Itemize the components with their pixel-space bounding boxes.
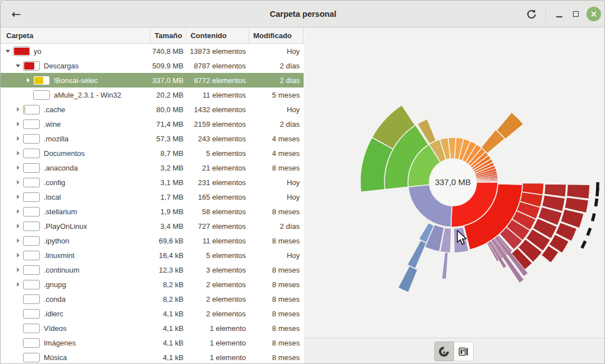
folder-contents: 3 elementos xyxy=(187,262,250,277)
table-row[interactable]: .stellarium1,9 MB58 elementos8 meses xyxy=(1,204,304,219)
expander-closed-icon[interactable] xyxy=(13,195,23,199)
table-row[interactable]: .config3,1 MB231 elementosHoy xyxy=(1,175,304,190)
titlebar: ← Carpeta personal xyxy=(1,1,605,27)
expander-closed-icon[interactable] xyxy=(13,209,23,214)
window-title: Carpeta personal xyxy=(1,1,605,27)
table-row[interactable]: .gnupg8,2 kB2 elementos8 meses xyxy=(1,277,304,292)
expander-closed-icon[interactable] xyxy=(13,136,23,141)
table-row[interactable]: Música4,1 kB1 elemento8 meses xyxy=(1,350,304,364)
chart-segment[interactable] xyxy=(567,185,590,199)
treemap-chart-button[interactable] xyxy=(454,342,474,361)
expander-open-icon[interactable] xyxy=(13,64,23,67)
expander-closed-icon[interactable] xyxy=(13,224,23,228)
folder-contents: 231 elementos xyxy=(187,175,250,190)
folder-contents: 21 elementos xyxy=(187,160,250,175)
folder-modified: Hoy xyxy=(250,248,304,262)
folder-contents: 2 elementos xyxy=(187,277,250,292)
column-header-tamano[interactable]: Tamaño xyxy=(150,27,186,43)
folder-name: .stellarium xyxy=(44,208,77,216)
table-row[interactable]: .cache80,0 MB1432 elementosHoy xyxy=(1,102,304,117)
table-row[interactable]: Documentos8,7 MB5 elementos4 meses xyxy=(1,146,304,160)
rings-chart-button[interactable] xyxy=(434,342,454,361)
folder-contents: 8772 elementos xyxy=(187,73,250,87)
table-row[interactable]: .mozilla57,3 MB243 elementos4 meses xyxy=(1,131,304,146)
maximize-button[interactable] xyxy=(567,6,584,22)
folder-contents: 1 elemento xyxy=(187,350,250,364)
folder-size: 69,6 kB xyxy=(151,233,187,248)
folder-contents: 2 elementos xyxy=(187,306,250,321)
expander-closed-icon[interactable] xyxy=(13,253,23,257)
folder-table-panel: Carpeta Tamaño Contenido Modificado yo74… xyxy=(1,27,304,364)
chart-panel: 337,0 MB xyxy=(304,27,605,364)
rings-chart[interactable]: 337,0 MB xyxy=(304,27,605,338)
folder-name: .ipython xyxy=(44,237,70,245)
folder-contents: 11 elementos xyxy=(187,87,250,102)
table-row[interactable]: .PlayOnLinux3,4 MB727 elementos2 días xyxy=(1,219,304,233)
folder-contents: 727 elementos xyxy=(187,219,250,233)
folder-name: .local xyxy=(44,193,61,201)
folder-contents: 2159 elementos xyxy=(187,117,250,131)
table-row[interactable]: .idlerc4,1 kB2 elementos8 meses xyxy=(1,306,304,321)
folder-usage-icon xyxy=(23,236,40,246)
table-row[interactable]: .linuxmint16,4 kB5 elementosHoy xyxy=(1,248,304,262)
folder-usage-icon xyxy=(23,105,40,114)
folder-modified: Hoy xyxy=(250,175,304,190)
close-button[interactable] xyxy=(586,7,601,21)
folder-modified: 8 meses xyxy=(250,292,304,306)
minimize-button[interactable] xyxy=(551,6,567,22)
expander-closed-icon[interactable] xyxy=(23,78,33,82)
table-row[interactable]: !Bonsai-selec337,0 MB8772 elementos2 día… xyxy=(1,73,304,87)
table-row[interactable]: .ipython69,6 kB11 elementos8 meses xyxy=(1,233,304,248)
folder-usage-icon xyxy=(23,353,40,362)
folder-modified: 8 meses xyxy=(250,233,304,248)
expander-open-icon[interactable] xyxy=(3,50,13,53)
expander-closed-icon[interactable] xyxy=(13,151,23,155)
table-row[interactable]: Imágenes4,1 kB1 elemento8 meses xyxy=(1,335,304,350)
expander-closed-icon[interactable] xyxy=(13,268,23,272)
table-row[interactable]: .wine71,4 MB2159 elementos2 días xyxy=(1,117,304,131)
refresh-button[interactable] xyxy=(523,6,540,22)
folder-usage-icon xyxy=(33,76,50,85)
column-header-modificado[interactable]: Modificado xyxy=(249,27,303,43)
folder-size: 71,4 MB xyxy=(151,117,187,131)
folder-size: 4,1 kB xyxy=(151,321,187,335)
folder-name: aMule_2.3.1 - Win32 xyxy=(54,91,121,99)
folder-name: yo xyxy=(34,47,42,56)
table-row[interactable]: .anaconda3,2 MB21 elementos8 meses xyxy=(1,160,304,175)
column-header-carpeta[interactable]: Carpeta xyxy=(1,27,150,43)
folder-name: .config xyxy=(44,178,65,187)
segment-clipped-dash xyxy=(593,214,594,222)
folder-name: Vídeos xyxy=(44,324,66,333)
table-row[interactable]: yo740,8 MB13873 elementosHoy xyxy=(1,44,304,58)
maximize-icon xyxy=(573,11,579,17)
table-row[interactable]: Descargas509,9 MB8787 elementos2 días xyxy=(1,58,304,73)
expander-closed-icon[interactable] xyxy=(13,107,23,112)
expander-closed-icon[interactable] xyxy=(13,180,23,185)
expander-closed-icon[interactable] xyxy=(13,122,23,126)
chart-segment[interactable] xyxy=(442,252,448,279)
folder-modified: 4 meses xyxy=(250,146,304,160)
folder-modified: 2 días xyxy=(250,117,304,131)
folder-usage-icon xyxy=(23,119,40,129)
file-table-body: yo740,8 MB13873 elementosHoyDescargas509… xyxy=(1,44,304,364)
chart-segment[interactable] xyxy=(407,240,427,269)
folder-size: 3,1 MB xyxy=(151,175,187,190)
table-row[interactable]: .conda8,2 kB2 elementos8 meses xyxy=(1,292,304,306)
table-row[interactable]: .local1,7 MB165 elementosHoy xyxy=(1,190,304,204)
folder-usage-icon xyxy=(33,90,50,100)
expander-closed-icon[interactable] xyxy=(13,238,23,243)
table-row[interactable]: .continuum12,3 kB3 elementos8 meses xyxy=(1,262,304,277)
chart-segment[interactable] xyxy=(398,266,418,293)
folder-name: .conda xyxy=(44,295,66,303)
folder-name: .continuum xyxy=(44,266,80,274)
table-row[interactable]: aMule_2.3.1 - Win3220,2 MB11 elementos5 … xyxy=(1,87,304,102)
folder-modified: 8 meses xyxy=(250,262,304,277)
folder-modified: 8 meses xyxy=(250,335,304,350)
folder-contents: 5 elementos xyxy=(187,146,250,160)
folder-contents: 8787 elementos xyxy=(187,58,250,73)
table-row[interactable]: Vídeos4,1 kB1 elemento8 meses xyxy=(1,321,304,335)
expander-closed-icon[interactable] xyxy=(13,282,23,287)
column-header-contenido[interactable]: Contenido xyxy=(186,27,249,43)
expander-closed-icon[interactable] xyxy=(13,165,23,170)
folder-usage-icon xyxy=(13,47,30,56)
